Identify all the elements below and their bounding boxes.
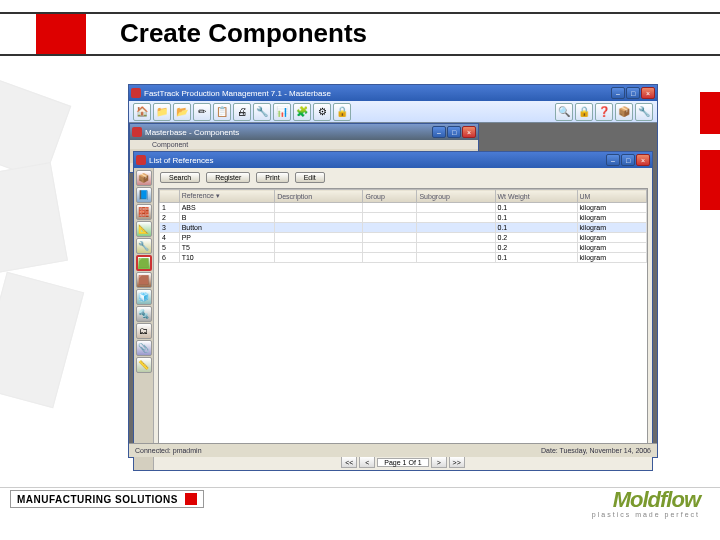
components-titlebar[interactable]: Masterbase - Components – □ × <box>130 124 478 140</box>
cell-sub <box>417 243 495 253</box>
toolbar-button-4[interactable]: 📋 <box>213 103 231 121</box>
toolbar-button-7[interactable]: 📊 <box>273 103 291 121</box>
cell-grp <box>363 233 417 243</box>
components-min-button[interactable]: – <box>432 126 446 138</box>
status-date: Date: Tuesday, November 14, 2006 <box>541 447 651 454</box>
toolbar-button-0[interactable]: 🏠 <box>133 103 151 121</box>
cell-ref: T10 <box>179 253 274 263</box>
side-tool-1[interactable]: 📘 <box>136 187 152 203</box>
register-button[interactable]: Register <box>206 172 250 183</box>
side-tool-9[interactable]: 🗂 <box>136 323 152 339</box>
references-grid[interactable]: Reference ▾DescriptionGroupSubgroupWt We… <box>158 188 648 452</box>
cell-ref: T5 <box>179 243 274 253</box>
cell-ref: Button <box>179 223 274 233</box>
cell-grp <box>363 203 417 213</box>
column-header[interactable]: UM <box>577 190 646 203</box>
edit-button[interactable]: Edit <box>295 172 325 183</box>
side-tool-0[interactable]: 📦 <box>136 170 152 186</box>
footer-label: MANUFACTURING SOLUTIONS <box>10 490 204 508</box>
pager-prev-button[interactable]: < <box>359 456 375 468</box>
slide-title-rule <box>0 54 720 56</box>
cell-grp <box>363 213 417 223</box>
components-close-button[interactable]: × <box>462 126 476 138</box>
cell-wt: 0.1 <box>495 253 577 263</box>
slide-bg-graphic <box>0 80 140 480</box>
column-header[interactable] <box>160 190 180 203</box>
cell-grp <box>363 223 417 233</box>
table-row[interactable]: 5T50.2kilogram <box>160 243 647 253</box>
references-window-icon <box>136 155 146 165</box>
table-row[interactable]: 1ABS0.1kilogram <box>160 203 647 213</box>
toolbar-right: 🔍🔒❓📦🔧 <box>555 103 653 121</box>
side-tool-6[interactable]: 🟫 <box>136 272 152 288</box>
side-tool-10[interactable]: 📎 <box>136 340 152 356</box>
toolbar-right-button-3[interactable]: 📦 <box>615 103 633 121</box>
cell-um: kilogram <box>577 243 646 253</box>
side-tool-8[interactable]: 🔩 <box>136 306 152 322</box>
side-tool-7[interactable]: 🧊 <box>136 289 152 305</box>
logo-tagline: plastics made perfect <box>592 511 700 518</box>
column-header[interactable]: Reference ▾ <box>179 190 274 203</box>
toolbar-button-8[interactable]: 🧩 <box>293 103 311 121</box>
cell-grp <box>363 243 417 253</box>
components-max-button[interactable]: □ <box>447 126 461 138</box>
cell-sub <box>417 253 495 263</box>
side-tool-4[interactable]: 🔧 <box>136 238 152 254</box>
table-row[interactable]: 4PP0.2kilogram <box>160 233 647 243</box>
references-min-button[interactable]: – <box>606 154 620 166</box>
cell-sub <box>417 203 495 213</box>
slide-title: Create Components <box>120 18 367 49</box>
references-titlebar[interactable]: List of References – □ × <box>134 152 652 168</box>
cell-um: kilogram <box>577 223 646 233</box>
pager-first-button[interactable]: << <box>341 456 357 468</box>
references-close-button[interactable]: × <box>636 154 650 166</box>
pager-label: Page 1 Of 1 <box>377 458 428 467</box>
column-header[interactable]: Subgroup <box>417 190 495 203</box>
toolbar-right-button-4[interactable]: 🔧 <box>635 103 653 121</box>
table-row[interactable]: 2B0.1kilogram <box>160 213 647 223</box>
footer-text: MANUFACTURING SOLUTIONS <box>17 494 178 505</box>
cell-ref: PP <box>179 233 274 243</box>
cell-ref: B <box>179 213 274 223</box>
references-title: List of References <box>149 156 213 165</box>
status-bar: Connected: pmadmin Date: Tuesday, Novemb… <box>129 443 657 457</box>
column-header[interactable]: Group <box>363 190 417 203</box>
pager-last-button[interactable]: >> <box>449 456 465 468</box>
maximize-button[interactable]: □ <box>626 87 640 99</box>
column-header[interactable]: Wt Weight <box>495 190 577 203</box>
search-button[interactable]: Search <box>160 172 200 183</box>
toolbar-right-button-1[interactable]: 🔒 <box>575 103 593 121</box>
toolbar-button-10[interactable]: 🔒 <box>333 103 351 121</box>
toolbar-button-5[interactable]: 🖨 <box>233 103 251 121</box>
table-row[interactable]: 3Button0.1kilogram <box>160 223 647 233</box>
toolbar-button-9[interactable]: ⚙ <box>313 103 331 121</box>
toolbar-button-1[interactable]: 📁 <box>153 103 171 121</box>
pager-next-button[interactable]: > <box>431 456 447 468</box>
side-tool-3[interactable]: 📐 <box>136 221 152 237</box>
references-max-button[interactable]: □ <box>621 154 635 166</box>
cell-desc <box>275 253 363 263</box>
logo: Moldflow plastics made perfect <box>592 487 700 518</box>
references-table[interactable]: Reference ▾DescriptionGroupSubgroupWt We… <box>159 189 647 263</box>
minimize-button[interactable]: – <box>611 87 625 99</box>
cell-sub <box>417 223 495 233</box>
toolbar-left: 🏠📁📂✏📋🖨🔧📊🧩⚙🔒 <box>133 103 351 121</box>
side-tool-5[interactable]: 🟩 <box>136 255 152 271</box>
cell-n: 5 <box>160 243 180 253</box>
toolbar-right-button-0[interactable]: 🔍 <box>555 103 573 121</box>
close-button[interactable]: × <box>641 87 655 99</box>
slide-accent-red-right-2 <box>700 150 720 210</box>
toolbar-right-button-2[interactable]: ❓ <box>595 103 613 121</box>
references-action-row: SearchRegisterPrintEdit <box>154 168 652 186</box>
print-button[interactable]: Print <box>256 172 288 183</box>
side-tool-2[interactable]: 🧱 <box>136 204 152 220</box>
app-titlebar[interactable]: FastTrack Production Management 7.1 - Ma… <box>129 85 657 101</box>
cell-desc <box>275 213 363 223</box>
components-section-label: Component <box>130 140 478 149</box>
side-tool-11[interactable]: 📏 <box>136 357 152 373</box>
column-header[interactable]: Description <box>275 190 363 203</box>
table-row[interactable]: 6T100.1kilogram <box>160 253 647 263</box>
toolbar-button-3[interactable]: ✏ <box>193 103 211 121</box>
toolbar-button-6[interactable]: 🔧 <box>253 103 271 121</box>
toolbar-button-2[interactable]: 📂 <box>173 103 191 121</box>
